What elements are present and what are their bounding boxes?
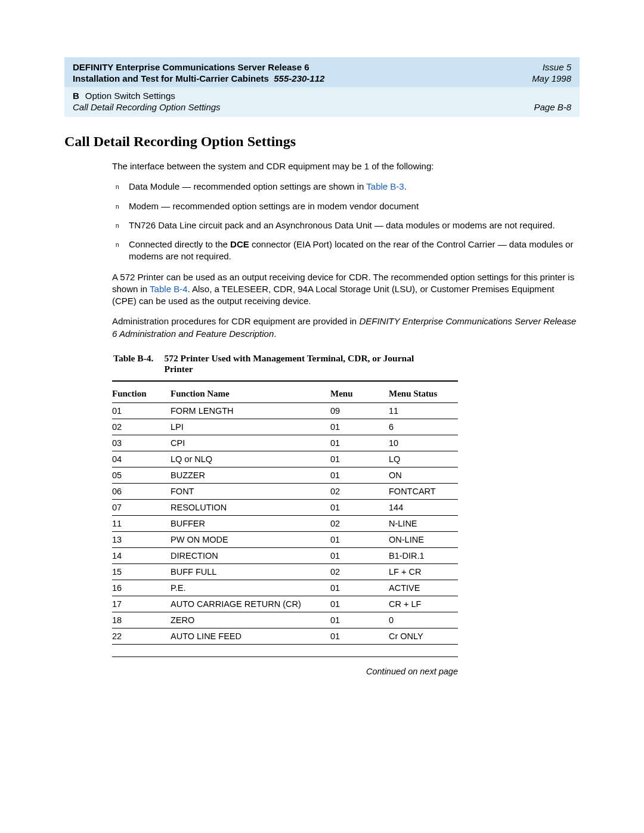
bullet-icon: n bbox=[116, 241, 119, 249]
table-cell: 09 bbox=[330, 402, 389, 419]
col-menu-status: Menu Status bbox=[389, 385, 458, 403]
bullet-list: n Data Module — recommended option setti… bbox=[112, 181, 580, 262]
table-cell: 16 bbox=[112, 580, 171, 596]
table-row: 07RESOLUTION01144 bbox=[112, 499, 458, 515]
intro-paragraph: The interface between the system and CDR… bbox=[112, 160, 580, 172]
table-cell: 02 bbox=[330, 483, 389, 499]
table-cell: 02 bbox=[330, 563, 389, 580]
table-cell: B1-DIR.1 bbox=[389, 547, 458, 563]
table-cell: 01 bbox=[330, 435, 389, 451]
table-cell: AUTO CARRIAGE RETURN (CR) bbox=[171, 596, 330, 612]
page-number: Page B-8 bbox=[534, 102, 571, 112]
table-cell: 03 bbox=[112, 435, 171, 451]
table-cell: 07 bbox=[112, 499, 171, 515]
table-cell: 11 bbox=[112, 515, 171, 531]
table-cell: 01 bbox=[330, 547, 389, 563]
table-cell: 02 bbox=[330, 515, 389, 531]
data-table: Function Function Name Menu Menu Status … bbox=[112, 385, 458, 645]
table-cell: RESOLUTION bbox=[171, 499, 330, 515]
table-cell: 10 bbox=[389, 435, 458, 451]
table-cell: 01 bbox=[330, 628, 389, 644]
table-cell: LPI bbox=[171, 419, 330, 435]
table-cell: 15 bbox=[112, 563, 171, 580]
table-row: 18ZERO010 bbox=[112, 612, 458, 628]
appendix-letter: B bbox=[73, 91, 79, 101]
table-b4-link[interactable]: Table B-4 bbox=[150, 284, 187, 294]
list-item: n Data Module — recommended option setti… bbox=[129, 181, 580, 193]
table-cell: 01 bbox=[330, 580, 389, 596]
table-cell: ACTIVE bbox=[389, 580, 458, 596]
table-cell: FONT bbox=[171, 483, 330, 499]
table-cell: 01 bbox=[330, 531, 389, 547]
table-cell: 01 bbox=[330, 467, 389, 483]
table-cell: 22 bbox=[112, 628, 171, 644]
table-row: 16P.E.01ACTIVE bbox=[112, 580, 458, 596]
table-cell: 144 bbox=[389, 499, 458, 515]
table-cell: 14 bbox=[112, 547, 171, 563]
table-row: 13PW ON MODE01ON-LINE bbox=[112, 531, 458, 547]
table-cell: BUZZER bbox=[171, 467, 330, 483]
table-cell: CR + LF bbox=[389, 596, 458, 612]
appendix-title: Option Switch Settings bbox=[85, 91, 175, 101]
table-row: 15BUFF FULL02LF + CR bbox=[112, 563, 458, 580]
table-cell: 01 bbox=[112, 402, 171, 419]
table-cell: 18 bbox=[112, 612, 171, 628]
table-cell: AUTO LINE FEED bbox=[171, 628, 330, 644]
bullet-icon: n bbox=[116, 183, 119, 191]
table-cell: LQ bbox=[389, 451, 458, 467]
table-number: Table B-4. bbox=[113, 353, 153, 374]
col-function-name: Function Name bbox=[171, 385, 330, 403]
table-cell: ON bbox=[389, 467, 458, 483]
table-row: 05BUZZER01ON bbox=[112, 467, 458, 483]
col-function: Function bbox=[112, 385, 171, 403]
table-cell: ON-LINE bbox=[389, 531, 458, 547]
table-row: 03CPI0110 bbox=[112, 435, 458, 451]
table-cell: 01 bbox=[330, 419, 389, 435]
section-title: Call Detail Recording Option Settings bbox=[64, 134, 580, 150]
table-cell: N-LINE bbox=[389, 515, 458, 531]
paragraph: Administration procedures for CDR equipm… bbox=[112, 315, 580, 340]
page-header-secondary: B Option Switch Settings Call Detail Rec… bbox=[64, 87, 580, 117]
doc-number: 555-230-112 bbox=[274, 73, 324, 83]
table-row: 02LPI016 bbox=[112, 419, 458, 435]
doc-date: May 1998 bbox=[532, 73, 571, 83]
table-cell: Cr ONLY bbox=[389, 628, 458, 644]
divider bbox=[112, 380, 458, 382]
col-menu: Menu bbox=[330, 385, 389, 403]
table-b3-link[interactable]: Table B-3 bbox=[366, 181, 404, 191]
table-cell: BUFFER bbox=[171, 515, 330, 531]
table-cell: DIRECTION bbox=[171, 547, 330, 563]
table-row: 06FONT02FONTCART bbox=[112, 483, 458, 499]
table-cell: 13 bbox=[112, 531, 171, 547]
bullet-icon: n bbox=[116, 222, 119, 230]
table-cell: 06 bbox=[112, 483, 171, 499]
table-cell: LQ or NLQ bbox=[171, 451, 330, 467]
table-caption: Table B-4. 572 Printer Used with Managem… bbox=[112, 353, 458, 378]
table-row: 04LQ or NLQ01LQ bbox=[112, 451, 458, 467]
breadcrumb: Call Detail Recording Option Settings bbox=[73, 102, 221, 112]
table-cell: 17 bbox=[112, 596, 171, 612]
table-b4: Table B-4. 572 Printer Used with Managem… bbox=[112, 353, 458, 676]
table-row: 22AUTO LINE FEED01Cr ONLY bbox=[112, 628, 458, 644]
table-cell: CPI bbox=[171, 435, 330, 451]
table-cell: FONTCART bbox=[389, 483, 458, 499]
table-cell: LF + CR bbox=[389, 563, 458, 580]
table-cell: 05 bbox=[112, 467, 171, 483]
body-text: The interface between the system and CDR… bbox=[112, 160, 580, 340]
table-cell: P.E. bbox=[171, 580, 330, 596]
issue-number: Issue 5 bbox=[543, 62, 571, 72]
paragraph: A 572 Printer can be used as an output r… bbox=[112, 271, 580, 308]
table-cell: 02 bbox=[112, 419, 171, 435]
table-cell: FORM LENGTH bbox=[171, 402, 330, 419]
table-row: 17AUTO CARRIAGE RETURN (CR)01CR + LF bbox=[112, 596, 458, 612]
table-cell: 01 bbox=[330, 451, 389, 467]
table-cell: 04 bbox=[112, 451, 171, 467]
table-cell: 01 bbox=[330, 596, 389, 612]
table-cell: 11 bbox=[389, 402, 458, 419]
table-cell: PW ON MODE bbox=[171, 531, 330, 547]
table-title: 572 Printer Used with Management Termina… bbox=[164, 353, 414, 374]
table-cell: ZERO bbox=[171, 612, 330, 628]
table-row: 01FORM LENGTH0911 bbox=[112, 402, 458, 419]
table-header-row: Function Function Name Menu Menu Status bbox=[112, 385, 458, 403]
list-item: n TN726 Data Line circuit pack and an As… bbox=[129, 219, 580, 231]
